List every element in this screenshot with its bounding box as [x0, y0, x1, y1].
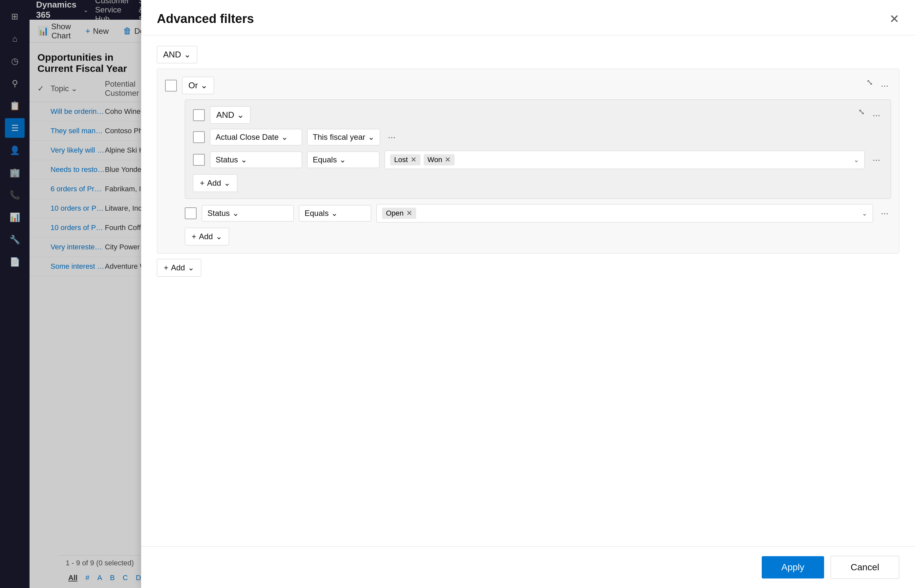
outer-group-header: Or ⌄ ⤡ ···: [165, 77, 891, 94]
inner-collapse-icon[interactable]: ⤡: [858, 107, 865, 123]
apply-button[interactable]: Apply: [762, 556, 824, 578]
inner-group-header-left: AND ⌄: [193, 106, 251, 124]
outer-group-header-right: ⤡ ···: [867, 78, 891, 94]
row2-operator-dropdown[interactable]: Equals ⌄: [307, 152, 379, 168]
standalone-filter-row: Status ⌄ Equals ⌄ Open ✕ ⌄ ···: [185, 204, 891, 223]
row2-more-icon[interactable]: ···: [870, 152, 883, 168]
inner-add-button[interactable]: + Add ⌄: [193, 174, 237, 192]
top-logic-row: AND ⌄: [157, 46, 899, 63]
top-and-label: AND: [163, 50, 181, 60]
outer-add-plus-icon: +: [192, 232, 196, 241]
outer-add-button[interactable]: + Add ⌄: [185, 228, 229, 246]
inner-group-header: AND ⌄ ⤡ ···: [193, 106, 883, 124]
standalone-tag-open-remove[interactable]: ✕: [406, 209, 412, 218]
standalone-operator-chevron-icon: ⌄: [331, 209, 338, 218]
row2-operator-label: Equals: [313, 155, 337, 165]
row1-field-dropdown[interactable]: Actual Close Date ⌄: [210, 129, 302, 145]
inner-add-plus-icon: +: [200, 179, 204, 188]
row2-tag-won: Won ✕: [424, 154, 455, 165]
filter-row-2: Status ⌄ Equals ⌄ Lost ✕ Won: [193, 150, 883, 169]
row1-checkbox[interactable]: [193, 131, 205, 143]
cancel-button[interactable]: Cancel: [831, 556, 899, 579]
standalone-checkbox[interactable]: [185, 207, 197, 219]
top-and-chevron-icon: ⌄: [184, 50, 191, 60]
row1-operator-dropdown[interactable]: This fiscal year ⌄: [307, 129, 380, 145]
outer-group-header-left: Or ⌄: [165, 77, 214, 94]
or-chevron-icon: ⌄: [200, 81, 208, 90]
modal-title: Advanced filters: [157, 12, 254, 26]
modal-body: AND ⌄ Or ⌄ ⤡ ···: [141, 36, 915, 546]
and-dropdown[interactable]: AND ⌄: [210, 106, 251, 124]
inner-add-chevron-icon: ⌄: [224, 179, 230, 188]
modal-close-button[interactable]: ✕: [889, 13, 899, 25]
inner-more-icon[interactable]: ···: [870, 107, 883, 123]
inner-and-group: AND ⌄ ⤡ ··· Actual Close Date ⌄: [185, 99, 891, 199]
inner-group-header-right: ⤡ ···: [858, 107, 883, 123]
outer-more-icon[interactable]: ···: [878, 78, 891, 94]
row2-operator-chevron-icon: ⌄: [339, 155, 346, 165]
row1-field-label: Actual Close Date: [216, 132, 279, 142]
row2-checkbox[interactable]: [193, 154, 205, 166]
modal-header: Advanced filters ✕: [141, 0, 915, 36]
outer-add-chevron-icon: ⌄: [216, 232, 222, 241]
root-add-chevron-icon: ⌄: [188, 263, 194, 272]
standalone-value-expand-icon[interactable]: ⌄: [862, 209, 867, 217]
row1-more-icon[interactable]: ···: [385, 129, 398, 145]
filter-row-1: Actual Close Date ⌄ This fiscal year ⌄ ·…: [193, 129, 883, 145]
row1-operator-chevron-icon: ⌄: [368, 132, 375, 142]
row2-tag-won-label: Won: [428, 155, 442, 164]
outer-add-label: Add: [199, 232, 213, 241]
inner-add-label: Add: [207, 179, 221, 188]
row2-value-box: Lost ✕ Won ✕ ⌄: [385, 150, 865, 169]
or-label: Or: [188, 81, 198, 90]
outer-group-checkbox[interactable]: [165, 80, 177, 92]
standalone-more-icon[interactable]: ···: [878, 205, 891, 221]
standalone-field-dropdown[interactable]: Status ⌄: [202, 205, 294, 221]
row1-operator-label: This fiscal year: [313, 132, 365, 142]
root-add-button[interactable]: + Add ⌄: [157, 259, 201, 276]
outer-or-group: Or ⌄ ⤡ ··· AND ⌄: [157, 69, 899, 254]
standalone-field-label: Status: [207, 209, 230, 218]
row2-tag-lost-remove[interactable]: ✕: [411, 155, 417, 164]
row2-tag-lost-label: Lost: [394, 155, 408, 164]
advanced-filters-modal: Advanced filters ✕ AND ⌄ Or ⌄: [141, 0, 915, 588]
row2-field-label: Status: [216, 155, 238, 165]
row2-field-dropdown[interactable]: Status ⌄: [210, 152, 302, 168]
standalone-value-box: Open ✕ ⌄: [377, 204, 873, 223]
root-add-label: Add: [171, 263, 185, 272]
standalone-tag-open: Open ✕: [382, 208, 416, 219]
row2-field-chevron-icon: ⌄: [241, 155, 247, 165]
outer-collapse-icon[interactable]: ⤡: [867, 78, 873, 94]
row2-tag-lost: Lost ✕: [390, 154, 420, 165]
inner-group-checkbox[interactable]: [193, 109, 205, 121]
standalone-tag-open-label: Open: [386, 209, 404, 218]
standalone-field-chevron-icon: ⌄: [232, 209, 239, 218]
or-dropdown[interactable]: Or ⌄: [182, 77, 214, 94]
and-chevron-icon: ⌄: [237, 110, 244, 120]
row2-value-expand-icon[interactable]: ⌄: [854, 156, 859, 164]
standalone-operator-label: Equals: [305, 209, 328, 218]
root-add-plus-icon: +: [164, 263, 168, 272]
standalone-operator-dropdown[interactable]: Equals ⌄: [299, 205, 371, 221]
top-and-dropdown[interactable]: AND ⌄: [157, 46, 197, 63]
row2-tag-won-remove[interactable]: ✕: [445, 155, 451, 164]
and-label: AND: [216, 110, 234, 120]
modal-footer: Apply Cancel: [141, 546, 915, 588]
row1-field-chevron-icon: ⌄: [281, 132, 288, 142]
